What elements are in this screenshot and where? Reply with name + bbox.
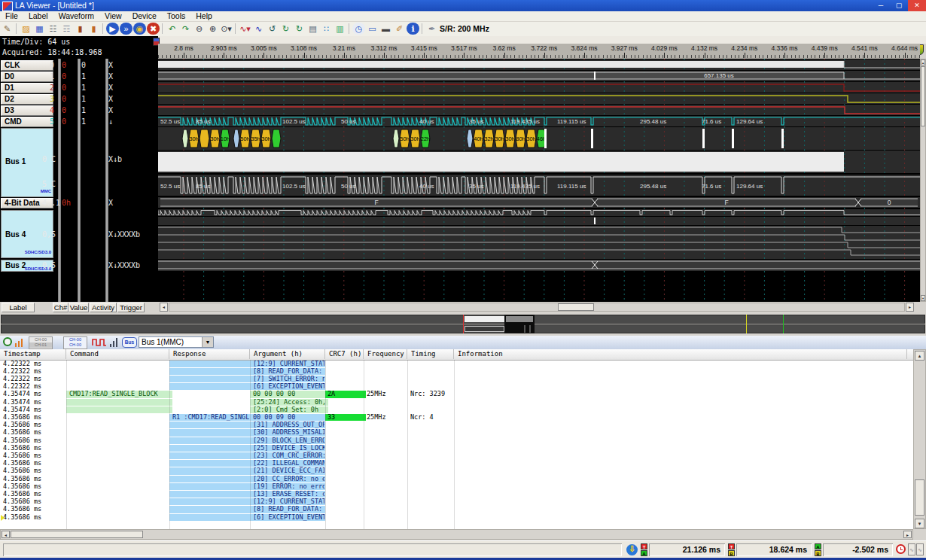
mini-wave-button-1[interactable]: ∿ [908, 543, 915, 555]
menu-help[interactable]: Help [190, 11, 218, 21]
marker-badge-tb: T B [728, 543, 735, 556]
run-auto-icon[interactable]: ◉ [133, 23, 146, 35]
svg-text:119.435 us: 119.435 us [510, 183, 540, 190]
import-icon[interactable]: ▮ [74, 23, 87, 35]
mini-wave-button-2[interactable]: ∿ [916, 543, 924, 555]
channel-pair-blue-icon[interactable]: CH-00CH-00 [63, 336, 87, 349]
info-icon[interactable]: ℹ [407, 23, 419, 35]
time-display-icon[interactable]: ◷ [352, 23, 365, 35]
menu-label[interactable]: Label [23, 11, 53, 21]
zoom-in-icon[interactable]: ⊕ [206, 23, 219, 35]
table-vscrollbar[interactable]: ▲ ▼ [913, 349, 926, 529]
zoom-mode-icon[interactable]: ⊙▾ [220, 23, 233, 35]
table-scroll-right-icon[interactable]: ► [903, 531, 912, 538]
bus-icon[interactable]: Bus [122, 337, 137, 348]
menu-device[interactable]: Device [127, 11, 162, 21]
trigger-pattern-icon[interactable]: ∿ [252, 23, 265, 35]
export-icon[interactable]: ▮ [87, 23, 100, 35]
zoom-out-icon[interactable]: ⊖ [193, 23, 206, 35]
column-header-command[interactable]: Command [66, 349, 169, 359]
stop-icon[interactable]: ✖ [147, 23, 160, 35]
channel-activity: 1 [81, 72, 86, 82]
tab-chnum[interactable]: Ch# [53, 303, 69, 312]
wave-scroll-up-icon[interactable]: ▲ [921, 59, 925, 65]
tab-value[interactable]: Value [69, 303, 89, 312]
table-hscroll-thumb[interactable] [11, 531, 143, 538]
channel-pair-gray-icon[interactable]: CH-00CH-01 [29, 336, 53, 349]
redo-zoom-icon[interactable]: ↷ [179, 23, 192, 35]
svg-text:119.115 us: 119.115 us [557, 118, 586, 125]
bus-select-dropdown[interactable]: Bus 1(MMC) ▼ [139, 336, 214, 348]
wave-hscroll-thumb[interactable] [558, 303, 594, 311]
table-vscroll-thumb[interactable] [915, 479, 924, 516]
column-header-timestamp[interactable]: Timestamp [0, 349, 66, 359]
waveform-view[interactable]: 657.135 us52.5 us85 us102.5 us50 us40 us… [158, 59, 920, 302]
ruler-tick-label: 3.517 ms [451, 44, 477, 52]
tab-trigger[interactable]: Trigger [117, 303, 145, 312]
list-view-icon[interactable]: ▬ [379, 23, 392, 35]
trigger-settings-icon[interactable]: ∿▾ [239, 23, 251, 35]
open-icon[interactable]: ▨ [20, 23, 32, 35]
square-wave-icon[interactable] [92, 338, 107, 347]
table-scroll-left-icon[interactable]: ◄ [2, 531, 10, 538]
erase-icon[interactable]: ✐ [393, 23, 406, 35]
undo-zoom-icon[interactable]: ↶ [166, 23, 178, 35]
column-header-argument-h-[interactable]: Argument (h) [250, 349, 325, 359]
dropdown-arrow-icon[interactable]: ▼ [202, 337, 213, 347]
print-icon[interactable]: ☷ [47, 23, 59, 35]
channel-number: 3 [42, 94, 54, 105]
maximize-button[interactable]: ▢ [890, 0, 908, 11]
close-button[interactable]: ✕ [908, 0, 926, 11]
wave-vscrollbar[interactable]: ▲ ▼ [920, 59, 926, 302]
save-icon[interactable]: ▦ [33, 23, 46, 35]
tab-activity[interactable]: Activity [90, 303, 117, 312]
column-header-response[interactable]: Response [169, 349, 250, 359]
run-continuous-icon[interactable]: » [120, 23, 133, 35]
run-icon[interactable]: ▶ [106, 23, 119, 35]
search-back-icon[interactable]: ↺ [266, 23, 279, 35]
search-forward-icon[interactable]: ↻ [279, 23, 292, 35]
ruler-tick-label: 4.541 ms [851, 44, 878, 52]
table-view-icon[interactable]: ▤ [306, 23, 319, 35]
alarm-clock-icon[interactable] [896, 544, 906, 554]
cell-frequency: 25MHz [367, 414, 406, 421]
column-header-information[interactable]: Information [454, 349, 907, 359]
delta-tb-value: 18.624 ms [736, 543, 812, 556]
svg-text:40 us: 40 us [419, 118, 434, 125]
wave-scroll-left-icon[interactable]: ◄ [160, 303, 168, 312]
overview-view-window[interactable] [504, 315, 535, 333]
ruler-major-tick [584, 53, 585, 58]
ruler-tick-label: 2.8 ms [174, 44, 193, 52]
statistics-icon[interactable]: ▥ [334, 23, 346, 35]
ruler-major-tick [664, 53, 665, 58]
minimize-button[interactable]: ─ [872, 0, 890, 11]
analyzer-stats-icon[interactable] [15, 339, 24, 347]
column-header-crc7-h-[interactable]: CRC7 (h) [325, 349, 364, 359]
acquisition-overview[interactable] [0, 313, 926, 336]
menu-view[interactable]: View [99, 11, 127, 21]
probe-icon[interactable]: ✒ [425, 23, 438, 35]
tools-icon[interactable]: ✎ [1, 23, 14, 35]
analyzer-clock-icon[interactable] [3, 337, 12, 346]
menu-waveform[interactable]: Waveform [53, 11, 99, 21]
menu-tools[interactable]: Tools [162, 11, 191, 21]
menu-file[interactable]: File [0, 11, 23, 21]
column-header-frequency[interactable]: Frequency [364, 349, 407, 359]
wave-scroll-right-icon[interactable]: ► [906, 303, 914, 312]
panel-column-separator [78, 59, 81, 302]
column-header-timing[interactable]: Timing [407, 349, 454, 359]
ruler-tick-label: 3.824 ms [571, 44, 598, 52]
time-ruler[interactable]: 2.8 ms2.903 ms3.005 ms3.108 ms3.21 ms3.3… [158, 44, 920, 59]
table-scroll-down-icon[interactable]: ▼ [915, 519, 924, 528]
split-view-icon[interactable]: ▭ [366, 23, 379, 35]
wave-hscrollbar[interactable] [169, 303, 905, 312]
tab-label[interactable]: Label [2, 303, 35, 312]
channel-groups-icon[interactable]: ∷ [320, 23, 333, 35]
wave-vscroll-thumb[interactable] [921, 66, 925, 126]
table-scroll-up-icon[interactable]: ▲ [915, 351, 924, 361]
table-hscrollbar[interactable]: ◄ ► [0, 529, 913, 540]
print-preview-icon[interactable]: ☶ [60, 23, 73, 35]
bar-chart-icon[interactable] [110, 338, 120, 347]
refresh-icon[interactable]: ↻ [293, 23, 306, 35]
wave-scroll-down-icon[interactable]: ▼ [921, 295, 925, 301]
